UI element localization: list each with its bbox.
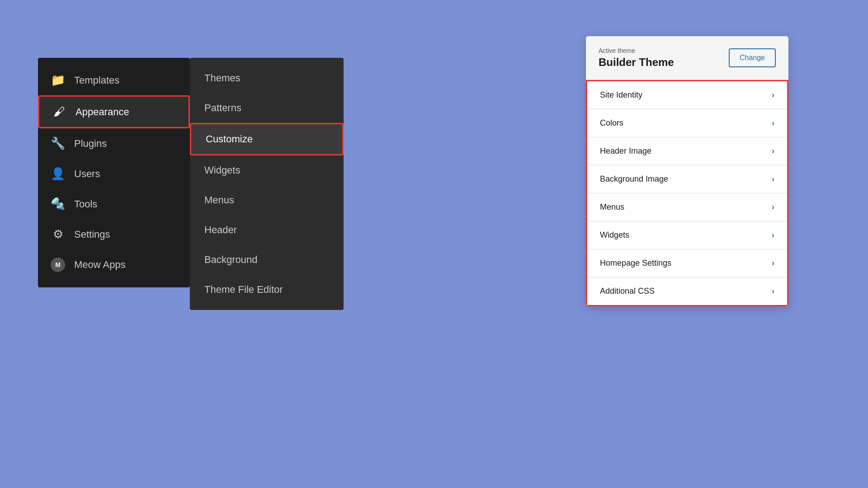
submenu-label-themes: Themes (204, 72, 240, 84)
sidebar-item-appearance[interactable]: 🖌 Appearance (38, 95, 190, 128)
sidebar-item-meow-apps[interactable]: M Meow Apps (38, 249, 190, 280)
sidebar-label-settings: Settings (74, 229, 110, 240)
right-panel: Active theme Builder Theme Change Site I… (586, 36, 788, 306)
theme-name: Builder Theme (599, 56, 674, 69)
chevron-right-icon: › (772, 286, 774, 296)
chevron-right-icon: › (772, 118, 774, 128)
customize-item-additional-css[interactable]: Additional CSS › (587, 277, 787, 305)
sidebar-item-users[interactable]: 👤 Users (38, 159, 190, 189)
sidebar-label-tools: Tools (74, 198, 97, 210)
sidebar-item-tools[interactable]: 🔩 Tools (38, 189, 190, 219)
appearance-icon: 🖌 (52, 105, 66, 119)
chevron-right-icon: › (772, 174, 774, 184)
customize-list: Site Identity › Colors › Header Image › … (586, 80, 788, 306)
submenu-item-header[interactable]: Header (190, 215, 344, 245)
customize-label-colors: Colors (600, 118, 623, 128)
active-theme-section: Active theme Builder Theme Change (586, 36, 788, 80)
submenu-label-theme-file-editor: Theme File Editor (204, 284, 283, 295)
sidebar-label-users: Users (74, 168, 100, 180)
submenu-item-customize[interactable]: Customize (190, 123, 344, 155)
submenu-label-menus: Menus (204, 194, 234, 206)
chevron-right-icon: › (772, 202, 774, 212)
users-icon: 👤 (51, 167, 65, 181)
customize-label-background-image: Background Image (600, 174, 668, 184)
meow-apps-icon: M (51, 258, 65, 272)
customize-label-homepage-settings: Homepage Settings (600, 258, 671, 268)
submenu-item-patterns[interactable]: Patterns (190, 93, 344, 123)
customize-item-site-identity[interactable]: Site Identity › (587, 81, 787, 109)
settings-icon: ⚙ (51, 227, 65, 241)
active-theme-text: Active theme Builder Theme (599, 47, 674, 69)
plugins-icon: 🔧 (51, 136, 65, 150)
chevron-right-icon: › (772, 230, 774, 240)
submenu-label-widgets: Widgets (204, 164, 240, 176)
sidebar-label-appearance: Appearance (75, 106, 129, 118)
templates-icon: 📁 (51, 73, 65, 87)
sidebar-label-plugins: Plugins (74, 138, 107, 150)
submenu-item-theme-file-editor[interactable]: Theme File Editor (190, 275, 344, 305)
sidebar: 📁 Templates 🖌 Appearance 🔧 Plugins 👤 Use… (38, 58, 190, 287)
chevron-right-icon: › (772, 90, 774, 100)
active-theme-label: Active theme (599, 47, 674, 54)
submenu-item-widgets[interactable]: Widgets (190, 155, 344, 185)
customize-item-colors[interactable]: Colors › (587, 109, 787, 137)
submenu-item-background[interactable]: Background (190, 245, 344, 275)
submenu-label-header: Header (204, 224, 237, 235)
submenu-label-patterns: Patterns (204, 102, 241, 113)
tools-icon: 🔩 (51, 197, 65, 211)
customize-label-header-image: Header Image (600, 146, 651, 156)
customize-item-menus[interactable]: Menus › (587, 193, 787, 221)
sidebar-item-plugins[interactable]: 🔧 Plugins (38, 128, 190, 159)
submenu-label-background: Background (204, 254, 257, 265)
customize-item-header-image[interactable]: Header Image › (587, 137, 787, 165)
chevron-right-icon: › (772, 258, 774, 268)
sidebar-label-templates: Templates (74, 75, 119, 86)
appearance-submenu: Themes Patterns Customize Widgets Menus … (190, 58, 344, 310)
sidebar-label-meow-apps: Meow Apps (74, 259, 126, 271)
submenu-item-themes[interactable]: Themes (190, 63, 344, 93)
chevron-right-icon: › (772, 146, 774, 156)
customize-label-additional-css: Additional CSS (600, 286, 655, 296)
submenu-label-customize: Customize (206, 133, 253, 145)
sidebar-item-settings[interactable]: ⚙ Settings (38, 219, 190, 249)
customize-item-homepage-settings[interactable]: Homepage Settings › (587, 249, 787, 277)
sidebar-item-templates[interactable]: 📁 Templates (38, 65, 190, 95)
customize-label-site-identity: Site Identity (600, 90, 642, 100)
customize-item-background-image[interactable]: Background Image › (587, 165, 787, 193)
customize-label-menus: Menus (600, 202, 624, 212)
submenu-item-menus[interactable]: Menus (190, 185, 344, 215)
customize-item-widgets[interactable]: Widgets › (587, 221, 787, 249)
customize-label-widgets: Widgets (600, 230, 629, 240)
change-theme-button[interactable]: Change (729, 48, 776, 67)
